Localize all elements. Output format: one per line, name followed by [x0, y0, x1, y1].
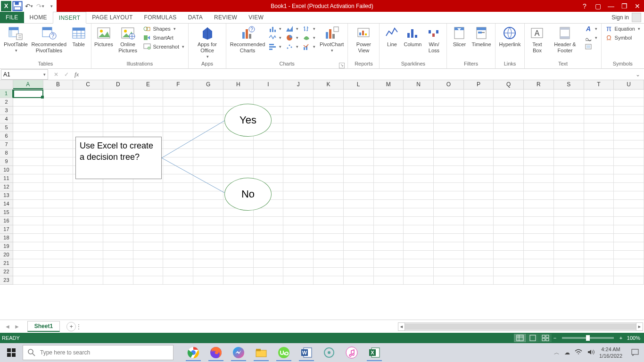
cell[interactable] — [374, 107, 404, 115]
cell[interactable] — [344, 208, 374, 217]
column-header[interactable]: E — [133, 80, 164, 89]
cell[interactable] — [103, 208, 133, 217]
cell[interactable] — [283, 183, 314, 191]
row-header[interactable]: 23 — [0, 276, 13, 285]
zoom-percent[interactable]: 100% — [627, 335, 640, 341]
taskbar-app-generic[interactable] — [319, 343, 339, 362]
cell[interactable] — [13, 200, 43, 208]
column-header[interactable]: F — [163, 80, 193, 89]
cell[interactable] — [193, 234, 223, 242]
cell[interactable] — [374, 140, 404, 149]
cell[interactable] — [614, 132, 644, 140]
cell[interactable] — [494, 276, 524, 285]
cell[interactable] — [434, 208, 464, 217]
cell[interactable] — [374, 217, 404, 225]
cell[interactable] — [554, 259, 584, 268]
cell[interactable] — [464, 234, 494, 242]
cell[interactable] — [13, 149, 43, 157]
cell[interactable] — [404, 217, 434, 225]
cell[interactable] — [314, 132, 344, 140]
tab-data[interactable]: DATA — [182, 12, 208, 23]
textbox-button[interactable]: AText Box — [528, 25, 546, 54]
cell[interactable] — [524, 191, 554, 200]
cell[interactable] — [73, 234, 103, 242]
cell[interactable] — [614, 174, 644, 183]
cell[interactable] — [254, 149, 284, 157]
view-page-layout-button[interactable] — [527, 334, 539, 342]
cell[interactable] — [163, 276, 193, 285]
recommended-pivot-button[interactable]: ? Recommended PivotTables — [31, 25, 67, 54]
cell[interactable] — [314, 157, 344, 166]
cell[interactable] — [494, 234, 524, 242]
cell[interactable] — [283, 174, 314, 183]
cell[interactable] — [13, 140, 43, 149]
cell[interactable] — [554, 174, 584, 183]
cell[interactable] — [404, 242, 434, 251]
cell[interactable] — [494, 191, 524, 200]
cell[interactable] — [193, 123, 223, 132]
cell[interactable] — [554, 200, 584, 208]
cell[interactable] — [344, 174, 374, 183]
cell[interactable] — [524, 200, 554, 208]
cell[interactable] — [434, 157, 464, 166]
cell[interactable] — [133, 217, 164, 225]
worksheet-grid[interactable]: ABCDEFGHIJKLMNOPQRSTU 123456789101112131… — [0, 80, 644, 320]
cell[interactable] — [404, 98, 434, 107]
cell[interactable] — [524, 276, 554, 285]
cell[interactable] — [314, 234, 344, 242]
signin-area[interactable]: Sign in — [609, 12, 644, 23]
cell[interactable] — [344, 259, 374, 268]
cell[interactable] — [584, 90, 614, 98]
row-header[interactable]: 12 — [0, 183, 13, 191]
cell[interactable] — [163, 149, 193, 157]
cell[interactable] — [494, 217, 524, 225]
cell[interactable] — [13, 242, 43, 251]
cell[interactable] — [614, 191, 644, 200]
cell[interactable] — [464, 208, 494, 217]
cell[interactable] — [494, 132, 524, 140]
cell[interactable] — [163, 174, 193, 183]
cell[interactable] — [133, 208, 164, 217]
scroll-left-icon[interactable]: ◄ — [398, 323, 405, 330]
cell[interactable] — [223, 234, 254, 242]
cell[interactable] — [103, 107, 133, 115]
taskbar-clock[interactable]: 4:24 AM 1/16/2022 — [599, 346, 622, 359]
cell[interactable] — [614, 90, 644, 98]
cell[interactable] — [193, 115, 223, 123]
cell[interactable] — [43, 191, 74, 200]
cell[interactable] — [554, 98, 584, 107]
cell[interactable] — [13, 259, 43, 268]
pivotchart-button[interactable]: PivotChart▾ — [319, 25, 345, 54]
cell[interactable] — [314, 90, 344, 98]
cell[interactable] — [404, 191, 434, 200]
tab-insert[interactable]: INSERT — [53, 12, 87, 24]
cell[interactable] — [614, 268, 644, 276]
chart-stock[interactable]: ▾ — [302, 25, 317, 33]
cell[interactable] — [13, 251, 43, 259]
row-header[interactable]: 2 — [0, 98, 13, 107]
ribbon-options-button[interactable]: ▢ — [591, 0, 604, 12]
cell[interactable] — [43, 149, 74, 157]
cell[interactable] — [404, 276, 434, 285]
row-header[interactable]: 3 — [0, 107, 13, 115]
cell[interactable] — [524, 107, 554, 115]
cell[interactable] — [554, 191, 584, 200]
cell[interactable] — [314, 200, 344, 208]
cell[interactable] — [43, 268, 74, 276]
cell[interactable] — [43, 200, 74, 208]
recommended-charts-button[interactable]: ? Recommended Charts — [229, 25, 266, 54]
fx-icon[interactable]: fx — [74, 71, 79, 78]
cell[interactable] — [254, 268, 284, 276]
cell[interactable] — [283, 191, 314, 200]
column-header[interactable]: A — [13, 80, 43, 89]
cell[interactable] — [344, 157, 374, 166]
cell[interactable] — [283, 276, 314, 285]
cell[interactable] — [223, 225, 254, 234]
cell[interactable] — [464, 140, 494, 149]
cell[interactable] — [344, 123, 374, 132]
cell[interactable] — [614, 98, 644, 107]
cell[interactable] — [584, 234, 614, 242]
cell[interactable] — [374, 157, 404, 166]
cell[interactable] — [103, 242, 133, 251]
taskbar-app-chrome[interactable] — [183, 343, 204, 362]
